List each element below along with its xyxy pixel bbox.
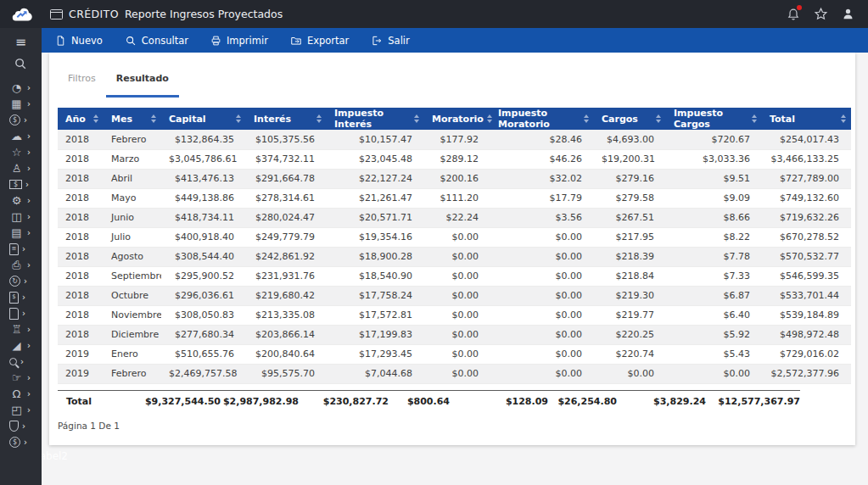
column-header-interés[interactable]: Interés	[246, 108, 327, 130]
window-icon	[50, 9, 63, 20]
sort-icon[interactable]	[93, 114, 98, 123]
cell-month: Marzo	[104, 149, 161, 169]
pie-chart-icon: ◔	[9, 82, 24, 93]
cell-amount: $277,680.34	[161, 325, 246, 344]
cell-month: Mayo	[104, 188, 161, 208]
chevron-right-icon: ›	[27, 261, 31, 270]
sidebar-item-cloud[interactable]: ☁›	[0, 128, 42, 144]
column-label: Capital	[169, 114, 206, 125]
cell-month: Julio	[104, 227, 161, 247]
sort-icon[interactable]	[841, 114, 846, 123]
sidebar-item-shield[interactable]: ›	[0, 418, 42, 434]
cell-amount: $570,532.77	[762, 247, 851, 266]
sidebar-item-headset[interactable]: Ω›	[0, 386, 42, 402]
salir-button[interactable]: Salir	[367, 33, 412, 48]
sort-icon[interactable]	[151, 114, 156, 123]
sidebar-item-printer[interactable]: ⎙›	[0, 257, 42, 273]
consultar-button[interactable]: Consultar	[121, 33, 192, 48]
sort-icon[interactable]	[487, 114, 492, 123]
column-header-impuesto-moratorio[interactable]: Impuesto Moratorio	[490, 108, 594, 130]
sidebar-item-hand-coin[interactable]: ☞›	[0, 370, 42, 386]
cell-amount: $278,314.61	[246, 188, 327, 208]
chevron-right-icon: ›	[22, 293, 25, 302]
new-file-icon	[55, 35, 66, 47]
money-bag-icon: $	[9, 437, 20, 448]
cell-amount: $546,599.35	[762, 266, 851, 286]
sort-icon[interactable]	[316, 114, 322, 123]
sidebar-item-dollar-coin[interactable]: $›	[0, 112, 42, 128]
cell-amount: $0.00	[666, 364, 762, 383]
sidebar-item-gear[interactable]: ⚙›	[0, 192, 42, 209]
sort-icon[interactable]	[414, 114, 419, 123]
cell-month: Junio	[104, 208, 161, 227]
cell-amount: $9.51	[666, 169, 762, 188]
cell-amount: $20,571.71	[327, 208, 424, 227]
cell-amount: $249,779.79	[246, 227, 327, 247]
sidebar-item-coin-exchange[interactable]: ↻›	[0, 273, 42, 289]
column-header-impuesto-cargos[interactable]: Impuesto Cargos	[666, 108, 762, 130]
cell-amount: $0.00	[490, 247, 594, 266]
column-header-cargos[interactable]: Cargos	[594, 108, 666, 130]
user-menu-button[interactable]	[842, 8, 854, 20]
column-header-mes[interactable]: Mes	[104, 108, 161, 130]
column-label: Mes	[111, 114, 132, 125]
cell-amount: $0.00	[424, 325, 490, 344]
sort-icon[interactable]	[656, 114, 661, 123]
sidebar-item-money-bill[interactable]: $›	[0, 176, 42, 192]
column-header-año[interactable]: Año	[58, 108, 104, 130]
exportar-button[interactable]: Exportar	[287, 33, 352, 48]
cell-amount: $510,655.76	[161, 344, 246, 364]
cell-amount: $308,544.40	[161, 247, 246, 266]
sidebar-item-document-tasks[interactable]: ≡›	[0, 241, 42, 257]
cell-month: Diciembre	[104, 325, 161, 344]
chevron-right-icon: ›	[27, 213, 31, 221]
notifications-button[interactable]	[787, 7, 800, 21]
tab-resultado[interactable]: Resultado	[106, 73, 179, 98]
cell-amount: $7.78	[666, 247, 762, 266]
sort-icon[interactable]	[752, 114, 757, 123]
sidebar-item-chart-growth[interactable]: ◢›	[0, 337, 42, 354]
column-label: Impuesto Moratorio	[498, 108, 580, 130]
column-header-moratorio[interactable]: Moratorio	[424, 108, 490, 130]
cell-year: 2018	[58, 188, 104, 208]
sidebar-item-star[interactable]: ☆›	[0, 144, 42, 160]
sort-icon[interactable]	[584, 114, 589, 123]
column-header-total[interactable]: Total	[762, 108, 851, 130]
cell-amount: $720.67	[666, 130, 762, 149]
total-amount: $3,829.24	[617, 396, 706, 407]
sidebar-item-search[interactable]: ›	[0, 354, 42, 370]
tab-filtros[interactable]: Filtros	[58, 73, 106, 98]
sidebar-search-button[interactable]	[0, 53, 42, 74]
sidebar-item-pie-chart[interactable]: ◔›	[0, 80, 42, 96]
column-header-impuesto-interés[interactable]: Impuesto Interés	[327, 108, 424, 130]
sidebar-item-money-bag[interactable]: $›	[0, 434, 42, 450]
sidebar-item-archive-box[interactable]: ◰›	[0, 402, 42, 418]
sidebar-item-document[interactable]: ›	[0, 305, 42, 321]
sidebar-item-book[interactable]: ◫›	[0, 209, 42, 225]
sidebar-item-document-dollar[interactable]: $›	[0, 289, 42, 305]
sort-icon[interactable]	[236, 114, 241, 123]
sidebar-item-person[interactable]: ♙›	[0, 160, 42, 176]
sidebar-item-calendar[interactable]: ▦›	[0, 96, 42, 112]
imprimir-button[interactable]: Imprimir	[207, 33, 272, 48]
menu-toggle-button[interactable]: ≡	[0, 32, 42, 51]
cell-amount: $17,758.24	[327, 286, 424, 305]
nuevo-button[interactable]: Nuevo	[52, 33, 106, 48]
printer-icon: ⎙	[9, 259, 24, 270]
favorites-button[interactable]	[814, 7, 828, 21]
cell-year: 2018	[58, 286, 104, 305]
cell-amount: $291,664.78	[246, 169, 327, 188]
sidebar-item-credit-card[interactable]: ▤›	[0, 225, 42, 241]
cell-amount: $203,866.14	[246, 325, 327, 344]
cell-amount: $10,157.47	[327, 130, 424, 149]
cell-amount: $6.87	[666, 286, 762, 305]
column-label: Total	[770, 114, 795, 125]
sidebar-item-bank[interactable]: ♖›	[0, 321, 42, 337]
cell-amount: $32.02	[490, 169, 594, 188]
sort-down-arrow	[93, 120, 98, 123]
cell-amount: $727,789.00	[762, 169, 851, 188]
column-header-capital[interactable]: Capital	[161, 108, 246, 130]
table-row: 2018Julio$400,918.40$249,779.79$19,354.1…	[58, 227, 851, 247]
cell-amount: $3.56	[490, 208, 594, 227]
cell-amount: $19,354.16	[327, 227, 424, 247]
